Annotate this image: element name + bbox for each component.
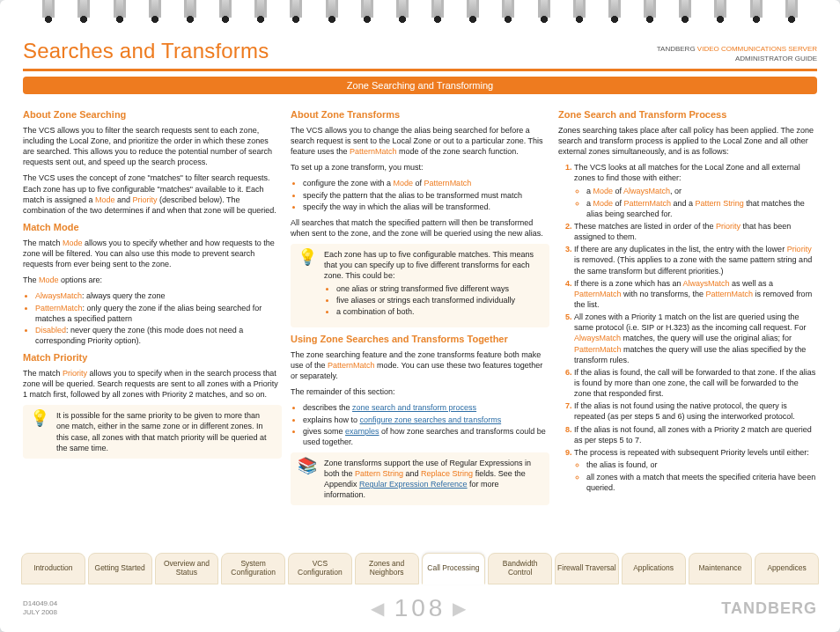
lightbulb-icon: 💡 bbox=[298, 249, 317, 322]
para: The match Mode allows you to specify whe… bbox=[23, 238, 282, 269]
list-item: gives some examples of how zone searches… bbox=[303, 426, 549, 447]
pager: ◀ 108 ▶ bbox=[371, 594, 470, 622]
lightbulb-icon: 💡 bbox=[30, 410, 49, 453]
brand-logo: TANDBERG bbox=[721, 599, 817, 618]
para: The VCS allows you to change the alias b… bbox=[291, 125, 549, 157]
tab-maintenance[interactable]: Maintenance bbox=[689, 553, 753, 584]
list-item: If the alias is not found, all zones wit… bbox=[574, 424, 817, 445]
list-item: Disabled: never query the zone (this mod… bbox=[35, 325, 282, 346]
link-regex-appendix[interactable]: Regular Expression Reference bbox=[359, 480, 468, 489]
col-left: About Zone Searching The VCS allows you … bbox=[23, 103, 282, 511]
list-item: specify the way in which the alias will … bbox=[303, 202, 549, 212]
tab-call-processing[interactable]: Call Processing bbox=[422, 553, 486, 584]
list-item: all zones with a match that meets the sp… bbox=[586, 472, 817, 493]
list-item: All zones with a Priority 1 match on the… bbox=[574, 312, 817, 365]
section-contents-list: describes the zone search and transform … bbox=[291, 402, 549, 447]
list-item: the alias is found, or bbox=[586, 459, 817, 470]
h-zone-process: Zone Search and Transform Process bbox=[558, 108, 817, 121]
tab-appendices[interactable]: Appendices bbox=[755, 553, 819, 584]
h-about-zone-searching: About Zone Searching bbox=[23, 108, 282, 121]
list-item: The process is repeated with subsequent … bbox=[574, 447, 817, 494]
link-process[interactable]: zone search and transform process bbox=[352, 403, 476, 412]
sub-list: a Mode of AlwaysMatch, or a Mode of Patt… bbox=[574, 186, 817, 219]
para: The match Priority allows you to specify… bbox=[23, 368, 282, 400]
list-item: If there is a zone which has an AlwaysMa… bbox=[574, 278, 817, 310]
list-item: If the alias is found, the call will be … bbox=[574, 367, 817, 399]
h-about-zone-transforms: About Zone Transforms bbox=[291, 108, 549, 121]
list-item: configure the zone with a Mode of Patter… bbox=[303, 178, 549, 188]
list-item: a combination of both. bbox=[336, 306, 542, 317]
para: Zones searching takes place after call p… bbox=[558, 125, 817, 157]
note-text: Each zone has up to five configurable ma… bbox=[324, 250, 534, 280]
note-regex: 📚 Zone transforms support the use of Reg… bbox=[291, 452, 549, 506]
link-examples[interactable]: examples bbox=[345, 427, 379, 436]
note-text: Zone transforms support the use of Regul… bbox=[324, 458, 542, 501]
note-five-matches: 💡 Each zone has up to five configurable … bbox=[291, 244, 549, 327]
tab-vcs-configuration[interactable]: VCS Configuration bbox=[288, 553, 352, 584]
process-list: The VCS looks at all matches for the Loc… bbox=[558, 162, 817, 493]
para: The VCS allows you to filter the search … bbox=[23, 125, 282, 168]
tab-system-configuration[interactable]: System Configuration bbox=[221, 553, 285, 584]
tab-applications[interactable]: Applications bbox=[622, 553, 686, 584]
para: The VCS uses the concept of zone "matche… bbox=[23, 173, 282, 216]
h-using-together: Using Zone Searches and Transforms Toget… bbox=[291, 333, 549, 346]
para: The zone searching feature and the zone … bbox=[291, 349, 549, 381]
ring-binding bbox=[0, 0, 840, 35]
sub-list: the alias is found, or all zones with a … bbox=[574, 459, 817, 493]
header: Searches and Transforms TANDBERG VIDEO C… bbox=[0, 35, 840, 69]
h-match-priority: Match Priority bbox=[23, 351, 282, 364]
para: All searches that match the specified pa… bbox=[291, 217, 549, 239]
list-item: describes the zone search and transform … bbox=[303, 402, 549, 413]
page-title: Searches and Transforms bbox=[23, 39, 269, 63]
note-list: one alias or string transformed five dif… bbox=[324, 283, 542, 317]
content-columns: About Zone Searching The VCS allows you … bbox=[0, 103, 840, 511]
col-right: Zone Search and Transform Process Zones … bbox=[558, 103, 817, 511]
list-item: five aliases or strings each transformed… bbox=[336, 295, 542, 305]
list-item: The VCS looks at all matches for the Loc… bbox=[574, 162, 817, 219]
footer-docinfo: D14049.04 JULY 2008 bbox=[23, 599, 57, 618]
next-page-arrow-icon[interactable]: ▶ bbox=[453, 598, 469, 619]
page: Searches and Transforms TANDBERG VIDEO C… bbox=[0, 0, 840, 632]
col-middle: About Zone Transforms The VCS allows you… bbox=[291, 103, 549, 511]
list-item: one alias or string transformed five dif… bbox=[336, 283, 542, 294]
list-item: If the alias is not found using the nati… bbox=[574, 401, 817, 422]
tab-zones-and-neighbors[interactable]: Zones and Neighbors bbox=[355, 553, 419, 584]
prev-page-arrow-icon[interactable]: ◀ bbox=[371, 598, 387, 619]
para: The remainder of this section: bbox=[291, 386, 549, 397]
tab-bandwidth-control[interactable]: Bandwidth Control bbox=[488, 553, 552, 584]
header-product: TANDBERG VIDEO COMMUNICATIONS SERVER ADM… bbox=[657, 45, 817, 63]
note-priority-duplicates: 💡 It is possible for the same priority t… bbox=[23, 405, 282, 459]
doc-id: D14049.04 bbox=[23, 599, 57, 608]
list-item: If there are any duplicates in the list,… bbox=[574, 244, 817, 276]
tab-overview-and-status[interactable]: Overview and Status bbox=[155, 553, 219, 584]
section-bar: Zone Searching and Transforming bbox=[23, 77, 817, 94]
para: The Mode options are: bbox=[23, 275, 282, 285]
note-text: It is possible for the same priority to … bbox=[56, 410, 275, 453]
list-item: specify the pattern that the alias to be… bbox=[303, 190, 549, 201]
books-icon: 📚 bbox=[298, 458, 317, 501]
list-item: a Mode of PatternMatch and a Pattern Str… bbox=[586, 198, 817, 219]
mode-options-list: AlwaysMatch: always query the zone Patte… bbox=[23, 290, 282, 346]
tab-introduction[interactable]: Introduction bbox=[21, 553, 85, 584]
list-item: These matches are listed in order of the… bbox=[574, 221, 817, 242]
transform-setup-list: configure the zone with a Mode of Patter… bbox=[291, 178, 549, 211]
page-number: 108 bbox=[394, 594, 446, 622]
doc-date: JULY 2008 bbox=[23, 608, 57, 617]
link-configure[interactable]: configure zone searches and transforms bbox=[360, 415, 502, 424]
list-item: explains how to configure zone searches … bbox=[303, 415, 549, 425]
para: To set up a zone transform, you must: bbox=[291, 162, 549, 173]
list-item: a Mode of AlwaysMatch, or bbox=[586, 186, 817, 196]
h-match-mode: Match Mode bbox=[23, 221, 282, 234]
nav-tabs: IntroductionGetting StartedOverview and … bbox=[0, 553, 840, 584]
header-rule bbox=[23, 69, 817, 71]
list-item: PatternMatch: only query the zone if the… bbox=[35, 303, 282, 324]
tab-getting-started[interactable]: Getting Started bbox=[88, 553, 152, 584]
list-item: AlwaysMatch: always query the zone bbox=[35, 290, 282, 301]
tab-firewall-traversal[interactable]: Firewall Traversal bbox=[555, 553, 619, 584]
footer: D14049.04 JULY 2008 ◀ 108 ▶ TANDBERG bbox=[0, 584, 840, 632]
